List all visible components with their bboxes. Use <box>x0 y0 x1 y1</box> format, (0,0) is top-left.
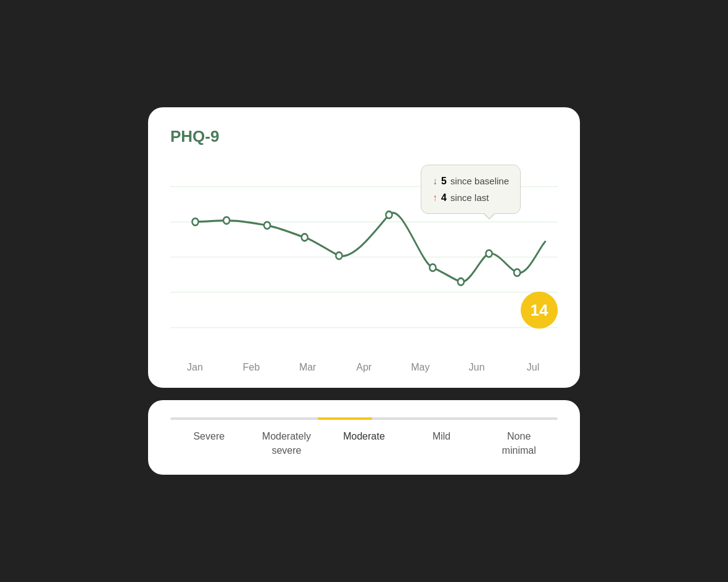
chart-title: PHQ-9 <box>170 127 558 146</box>
tooltip-baseline-row: ↓ 5 since baseline <box>432 173 509 189</box>
tooltip-last-row: ↑ 4 since last <box>432 189 509 206</box>
chart-area: ↓ 5 since baseline ↑ 4 since last 14 <box>170 158 558 356</box>
chart-card: PHQ-9 ↓ 5 since baseline ↑ 4 since last … <box>148 107 580 388</box>
x-axis: Jan Feb Mar Apr May Jun Jul <box>170 356 558 373</box>
x-label-jan: Jan <box>170 362 220 373</box>
score-badge: 14 <box>521 292 558 329</box>
baseline-text: since baseline <box>450 173 509 189</box>
svg-point-14 <box>514 269 520 276</box>
x-label-may: May <box>395 362 445 373</box>
severity-label-mild: Mild <box>403 430 481 457</box>
severity-line <box>170 417 558 420</box>
svg-point-9 <box>336 252 342 259</box>
severity-label-moderate: Moderate <box>325 430 403 457</box>
tooltip-box: ↓ 5 since baseline ↑ 4 since last <box>421 165 521 214</box>
svg-point-12 <box>458 278 464 285</box>
x-label-apr: Apr <box>339 362 389 373</box>
svg-point-10 <box>386 211 392 218</box>
last-num: 4 <box>441 189 447 206</box>
baseline-arrow-icon: ↓ <box>432 173 437 189</box>
severity-label-severe: Severe <box>170 430 248 457</box>
svg-point-13 <box>486 250 492 257</box>
x-label-jun: Jun <box>452 362 502 373</box>
baseline-num: 5 <box>441 173 447 189</box>
severity-label-moderately-severe: Moderatelysevere <box>248 430 326 457</box>
svg-point-11 <box>429 264 436 271</box>
svg-point-8 <box>302 234 308 240</box>
severity-active-indicator <box>318 417 372 420</box>
x-label-feb: Feb <box>226 362 276 373</box>
svg-point-7 <box>264 222 270 229</box>
severity-bar-container <box>170 417 558 420</box>
svg-point-6 <box>223 217 230 224</box>
svg-point-5 <box>192 218 198 225</box>
app-container: PHQ-9 ↓ 5 since baseline ↑ 4 since last … <box>148 107 580 475</box>
severity-card: Severe Moderatelysevere Moderate Mild No… <box>148 400 580 475</box>
severity-label-none-minimal: Noneminimal <box>480 430 558 457</box>
last-text: since last <box>450 190 489 206</box>
severity-labels: Severe Moderatelysevere Moderate Mild No… <box>170 430 558 457</box>
x-label-mar: Mar <box>283 362 333 373</box>
last-arrow-icon: ↑ <box>432 189 437 206</box>
x-label-jul: Jul <box>508 362 558 373</box>
